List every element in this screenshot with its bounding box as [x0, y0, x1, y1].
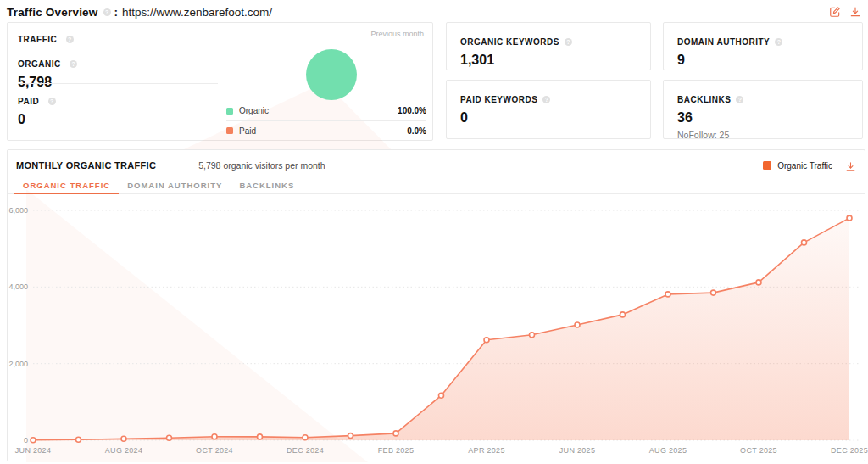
domain-authority-card: DOMAIN AUTHORITY? 9	[663, 22, 863, 70]
legend-row-organic: Organic 100.0%	[226, 101, 426, 120]
info-icon[interactable]: ?	[103, 8, 111, 16]
chart-legend: Organic Traffic	[763, 160, 856, 171]
traffic-pie-chart	[306, 49, 357, 100]
info-icon[interactable]: ?	[736, 96, 743, 103]
organic-traffic-swatch	[763, 161, 771, 170]
organic-keywords-value: 1,301	[460, 53, 637, 68]
legend-value: 100.0%	[398, 106, 426, 115]
pie-legend: Organic 100.0% Paid 0.0%	[226, 101, 426, 140]
domain-authority-label: DOMAIN AUTHORITY	[677, 37, 770, 47]
info-icon[interactable]: ?	[775, 38, 782, 46]
svg-text:DEC 2024: DEC 2024	[287, 446, 324, 455]
legend-label: Paid	[239, 126, 256, 136]
svg-text:DEC 2025: DEC 2025	[831, 446, 868, 455]
svg-text:2,000: 2,000	[8, 360, 28, 368]
organic-keywords-label: ORGANIC KEYWORDS	[460, 37, 559, 47]
svg-text:JUN 2024: JUN 2024	[15, 446, 51, 455]
organic-swatch	[226, 108, 233, 115]
paid-keywords-card: PAID KEYWORDS? 0	[446, 80, 651, 139]
vertical-divider	[220, 54, 220, 137]
title-separator: :	[114, 6, 119, 19]
info-icon[interactable]: ?	[66, 36, 74, 43]
tab-backlinks[interactable]: BACKLINKS	[231, 181, 303, 194]
paid-label: PAID	[18, 97, 39, 106]
monthly-organic-traffic-card: MONTHLY ORGANIC TRAFFIC 5,798 organic vi…	[7, 149, 865, 461]
organic-traffic-line-chart[interactable]: 02,0004,0006,000JUN 2024AUG 2024OCT 2024…	[8, 198, 866, 462]
svg-text:JUN 2025: JUN 2025	[559, 446, 595, 455]
info-icon[interactable]: ?	[48, 98, 56, 105]
paid-value: 0	[18, 112, 59, 127]
paid-swatch	[226, 127, 233, 134]
svg-text:AUG 2025: AUG 2025	[649, 446, 687, 455]
info-icon[interactable]: ?	[565, 38, 572, 46]
organic-label: ORGANIC	[18, 59, 61, 69]
download-icon[interactable]	[849, 6, 861, 18]
paid-traffic-stat: PAID ? 0	[18, 92, 59, 127]
page-title: Traffic Overview	[7, 6, 98, 19]
info-icon[interactable]: ?	[542, 96, 550, 103]
info-icon[interactable]: ?	[70, 60, 77, 68]
paid-keywords-value: 0	[460, 110, 637, 126]
chart-area[interactable]: 02,0004,0006,000JUN 2024AUG 2024OCT 2024…	[8, 198, 866, 462]
chart-download-icon[interactable]	[845, 160, 856, 171]
chart-title: MONTHLY ORGANIC TRAFFIC	[16, 160, 156, 171]
backlinks-value: 36	[677, 110, 849, 126]
svg-text:6,000: 6,000	[8, 206, 28, 215]
backlinks-card: BACKLINKS? 36 NoFollow: 25	[663, 80, 863, 139]
paid-keywords-label: PAID KEYWORDS	[460, 95, 537, 104]
legend-value: 0.0%	[407, 126, 426, 136]
stat-divider	[18, 83, 218, 84]
backlinks-label: BACKLINKS	[677, 95, 731, 104]
organic-keywords-card: ORGANIC KEYWORDS? 1,301	[446, 22, 651, 70]
traffic-card: TRAFFIC ? Previous month ORGANIC ? 5,798…	[7, 22, 433, 141]
chart-tabbar: ORGANIC TRAFFIC DOMAIN AUTHORITY BACKLIN…	[8, 181, 865, 194]
chart-legend-label: Organic Traffic	[777, 161, 832, 171]
page-header: Traffic Overview ? : https://www.zenbare…	[7, 3, 861, 20]
traffic-overview-page: Traffic Overview ? : https://www.zenbare…	[0, 0, 868, 464]
svg-text:AUG 2024: AUG 2024	[105, 446, 142, 455]
backlinks-nofollow: NoFollow: 25	[677, 130, 849, 140]
svg-text:APR 2025: APR 2025	[468, 446, 504, 455]
header-actions	[829, 6, 861, 18]
svg-text:OCT 2024: OCT 2024	[196, 446, 233, 455]
domain-authority-value: 9	[677, 53, 849, 68]
organic-value: 5,798	[18, 75, 218, 90]
tab-domain-authority[interactable]: DOMAIN AUTHORITY	[119, 181, 231, 194]
edit-report-icon[interactable]	[829, 6, 841, 18]
traffic-card-title-row: TRAFFIC ?	[18, 31, 77, 46]
traffic-label: TRAFFIC	[18, 35, 57, 44]
legend-row-paid: Paid 0.0%	[226, 120, 426, 140]
svg-text:0: 0	[24, 436, 28, 444]
previous-month-label: Previous month	[370, 30, 424, 38]
svg-text:OCT 2025: OCT 2025	[740, 446, 777, 455]
svg-text:4,000: 4,000	[8, 282, 28, 291]
svg-text:FEB 2025: FEB 2025	[378, 446, 414, 455]
chart-header: MONTHLY ORGANIC TRAFFIC 5,798 organic vi…	[16, 159, 856, 172]
chart-subtitle: 5,798 organic visitors per month	[198, 160, 325, 171]
legend-label: Organic	[239, 106, 269, 115]
organic-traffic-stat: ORGANIC ? 5,798	[18, 55, 218, 90]
site-url[interactable]: https://www.zenbarefoot.com/	[122, 6, 272, 19]
